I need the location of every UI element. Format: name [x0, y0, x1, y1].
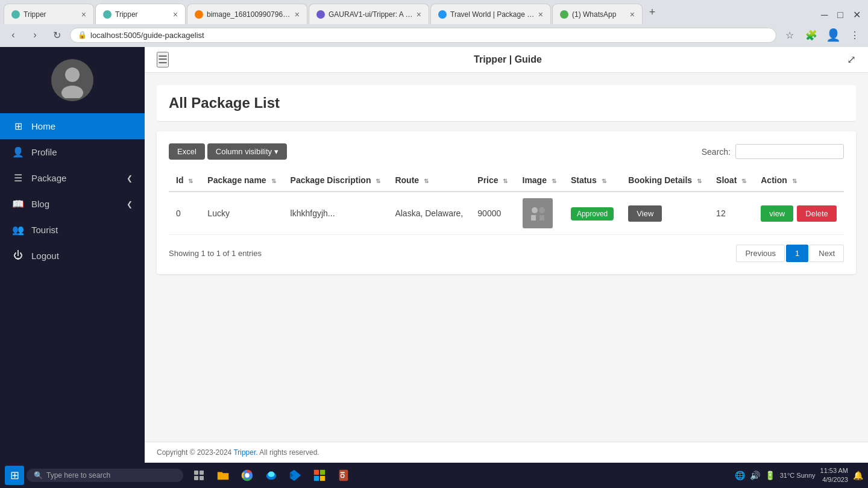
previous-button[interactable]: Previous — [736, 245, 785, 262]
sidebar-item-tourist[interactable]: 👥 Tourist — [0, 217, 145, 243]
page-1-button[interactable]: 1 — [786, 245, 808, 262]
svg-rect-9 — [200, 476, 204, 480]
forward-button[interactable]: › — [27, 27, 43, 43]
taskbar-search[interactable]: 🔍 Type here to search — [27, 469, 183, 482]
expand-icon[interactable]: ⤢ — [847, 53, 856, 66]
vscode-button[interactable] — [285, 465, 306, 486]
windows-store-button[interactable] — [309, 465, 330, 486]
col-image: Image ⇅ — [515, 169, 564, 192]
booking-view-button[interactable]: View — [628, 205, 662, 222]
tab-close-4[interactable]: × — [417, 10, 421, 19]
browser-tab-5[interactable]: Travel World | Package De... × — [430, 4, 551, 24]
tab-close-5[interactable]: × — [538, 10, 543, 19]
cell-status: Approved — [564, 192, 621, 235]
close-window-button[interactable]: ✕ — [849, 8, 864, 22]
sidebar-item-home-label: Home — [31, 121, 55, 131]
excel-button[interactable]: Excel — [169, 143, 205, 160]
search-area: Search: — [702, 144, 844, 159]
tab-close-2[interactable]: × — [173, 10, 178, 19]
svg-rect-17 — [320, 470, 325, 475]
home-icon: ⊞ — [12, 120, 24, 132]
footer-copyright: Copyright © 2023-2024 — [157, 448, 233, 457]
svg-rect-21 — [341, 472, 345, 474]
sidebar-item-profile[interactable]: 👤 Profile — [0, 139, 145, 165]
tab-label-1: Tripper — [24, 10, 78, 19]
reload-button[interactable]: ↻ — [48, 27, 65, 43]
avatar — [51, 59, 93, 101]
svg-point-2 — [532, 207, 538, 213]
next-button[interactable]: Next — [810, 245, 844, 262]
tab-label-3: bimage_1681009907967.p... — [207, 10, 291, 19]
sort-icon-id: ⇅ — [188, 178, 193, 184]
footer-brand-link[interactable]: Tripper. — [233, 448, 257, 457]
sidebar-avatar-area — [0, 47, 145, 113]
tab-close-6[interactable]: × — [630, 10, 635, 19]
delete-button[interactable]: Delete — [797, 205, 837, 222]
sidebar-item-logout[interactable]: ⏻ Logout — [0, 243, 145, 268]
sort-icon-status: ⇅ — [602, 178, 606, 184]
packages-table: Id ⇅ Package name ⇅ Package Discription … — [169, 169, 844, 235]
menu-button[interactable]: ⋮ — [846, 27, 863, 43]
file-explorer-button[interactable] — [212, 465, 234, 486]
col-route: Route ⇅ — [388, 169, 470, 192]
table-footer: Showing 1 to 1 of 1 entries Previous 1 N… — [169, 245, 844, 262]
package-arrow-icon: ❮ — [127, 174, 133, 183]
browser-tab-1[interactable]: Tripper × — [4, 4, 94, 24]
column-visibility-label: Column visibility — [216, 147, 272, 156]
search-input[interactable] — [735, 144, 844, 159]
sidebar-item-package[interactable]: ☰ Package ❮ — [0, 165, 145, 191]
edge-button[interactable] — [260, 465, 282, 486]
hamburger-button[interactable]: ☰ — [157, 52, 169, 67]
sidebar-item-logout-label: Logout — [31, 251, 59, 261]
task-view-button[interactable] — [188, 465, 210, 486]
browser-tab-2[interactable]: Tripper × — [95, 4, 186, 24]
profile-button[interactable]: 👤 — [825, 27, 841, 43]
sort-icon-route: ⇅ — [424, 178, 429, 184]
network-icon: 🌐 — [735, 471, 745, 480]
svg-rect-19 — [320, 476, 325, 481]
footer-rights: All rights reserved. — [258, 448, 319, 457]
col-booking: Booking Details ⇅ — [621, 169, 709, 192]
taskbar-right: 🌐 🔊 🔋 31°C Sunny 11:53 AM 4/9/2023 🔔 — [735, 466, 863, 485]
chrome-button[interactable] — [236, 465, 258, 486]
page-title: All Package List — [169, 95, 844, 111]
cell-route: Alaska, Delaware, — [388, 192, 470, 235]
col-status: Status ⇅ — [564, 169, 621, 192]
back-button[interactable]: ‹ — [5, 27, 22, 43]
tab-close-1[interactable]: × — [81, 10, 86, 19]
sidebar-item-profile-label: Profile — [31, 147, 57, 157]
tab-label-5: Travel World | Package De... — [450, 10, 535, 19]
url-bar[interactable]: 🔒 localhost:5005/guide-packagelist — [70, 28, 776, 43]
svg-rect-18 — [314, 476, 319, 481]
browser-tab-3[interactable]: bimage_1681009907967.p... × — [187, 4, 307, 24]
maximize-button[interactable]: □ — [834, 8, 847, 22]
browser-tab-6[interactable]: (1) WhatsApp × — [552, 4, 643, 24]
main-content: ☰ Tripper | Guide ⤢ All Package List Exc… — [145, 47, 868, 463]
package-image — [523, 198, 553, 228]
tab-close-3[interactable]: × — [295, 10, 300, 19]
powerpoint-button[interactable] — [333, 465, 354, 486]
minimize-button[interactable]: ─ — [817, 8, 831, 22]
column-visibility-button[interactable]: Column visibility ▾ — [207, 143, 287, 160]
sidebar-item-home[interactable]: ⊞ Home — [0, 113, 145, 139]
topbar-title: Tripper | Guide — [474, 54, 542, 65]
cell-sloat: 12 — [709, 192, 753, 235]
sidebar-navigation: ⊞ Home 👤 Profile ☰ Package ❮ 📖 Blog ❮ 👥 … — [0, 113, 145, 463]
cell-booking: View — [621, 192, 709, 235]
time-display: 11:53 AM — [820, 466, 848, 475]
sort-icon-name: ⇅ — [271, 178, 276, 184]
taskbar-search-icon: 🔍 — [34, 471, 43, 480]
extensions-button[interactable]: 🧩 — [803, 27, 820, 43]
bookmark-button[interactable]: ☆ — [781, 27, 798, 43]
browser-tab-4[interactable]: GAURAV1-ui/Tripper: A tou... × — [309, 4, 429, 24]
svg-rect-16 — [314, 470, 319, 475]
new-tab-button[interactable]: + — [644, 4, 661, 20]
col-sloat: Sloat ⇅ — [709, 169, 753, 192]
table-row: 0 Lucky lkhkhfgyjh... Alaska, Delaware, … — [169, 192, 844, 235]
notification-icon[interactable]: 🔔 — [853, 471, 863, 480]
view-button[interactable]: view — [761, 205, 793, 222]
start-button[interactable]: ⊞ — [5, 466, 24, 485]
cell-action: view Delete — [753, 192, 844, 235]
sidebar-item-blog[interactable]: 📖 Blog ❮ — [0, 191, 145, 217]
footer: Copyright © 2023-2024 Tripper. All right… — [145, 442, 868, 463]
